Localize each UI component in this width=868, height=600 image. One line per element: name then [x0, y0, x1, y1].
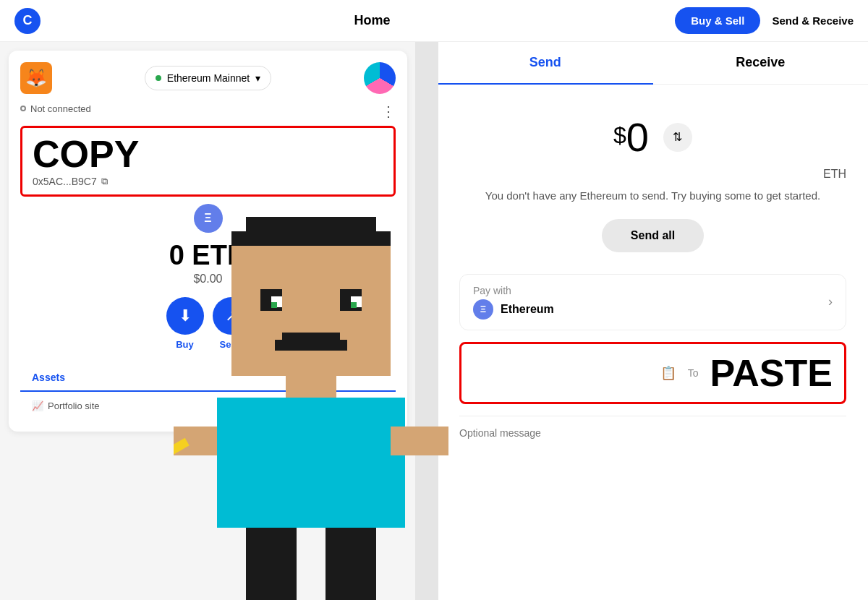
connection-label: Not connected	[30, 103, 91, 114]
paste-label: PASTE	[710, 354, 833, 392]
eth-logo: Ξ	[473, 299, 493, 320]
optional-message-input[interactable]	[459, 427, 846, 439]
buy-sell-button[interactable]: Buy & Sell	[675, 7, 760, 34]
tab-assets[interactable]: Assets	[20, 364, 77, 390]
metamask-fox-icon: 🦊	[20, 62, 52, 94]
wallet-actions: ⬇ Buy ↗ Send	[20, 297, 396, 350]
ethereum-icon: Ξ	[194, 204, 223, 233]
wallet-avatar[interactable]	[364, 62, 396, 94]
dollar-sign: $	[613, 122, 626, 149]
to-label: To	[688, 367, 699, 379]
send-body: $ 0 ⇅ ETH You don't have any Ethereum to…	[438, 85, 868, 454]
network-name: Ethereum Mainnet	[167, 72, 250, 84]
chevron-down-icon: ▾	[255, 72, 260, 84]
not-connected-dot	[20, 106, 26, 111]
portfolio-link[interactable]: 📈 Portfolio site	[20, 392, 396, 420]
send-tabs: Send Receive	[438, 42, 868, 85]
send-action[interactable]: ↗ Send	[213, 297, 250, 350]
page-title: Home	[69, 13, 675, 28]
chart-icon: 📈	[32, 400, 43, 411]
top-nav: C Home Buy & Sell Send & Receive	[0, 0, 868, 42]
address-book-icon: 📋	[660, 365, 676, 381]
usd-balance: $0.00	[20, 273, 396, 286]
address-copy-area[interactable]: COPY 0x5AC...B9C7 ⧉	[20, 126, 396, 197]
send-receive-button[interactable]: Send & Receive	[772, 14, 854, 27]
no-eth-message: You don't have any Ethereum to send. Try…	[459, 188, 846, 205]
pay-with-section[interactable]: Pay with Ξ Ethereum ›	[459, 274, 846, 330]
amount-row: $ 0 ⇅	[459, 113, 846, 160]
currency-label: ETH	[459, 168, 846, 181]
pay-with-info: Pay with Ξ Ethereum	[473, 285, 554, 320]
panel-gap	[415, 42, 438, 600]
swap-currency-button[interactable]: ⇅	[663, 123, 692, 152]
more-options-button[interactable]: ⋮	[381, 103, 396, 120]
eth-balance: 0 ETH	[20, 240, 396, 271]
send-all-button[interactable]: Send all	[602, 219, 704, 252]
copy-icon[interactable]: ⧉	[101, 176, 108, 187]
amount-value: 0	[626, 113, 649, 160]
pay-with-value: Ξ Ethereum	[473, 299, 554, 320]
network-status-dot	[156, 75, 161, 81]
network-selector[interactable]: Ethereum Mainnet ▾	[145, 66, 271, 90]
buy-icon: ⬇	[166, 297, 204, 335]
tab-receive[interactable]: Receive	[653, 42, 869, 84]
wallet-tabs: Assets	[20, 364, 396, 392]
pay-with-label: Pay with	[473, 285, 554, 296]
send-icon: ↗	[213, 297, 250, 335]
coinbase-logo: C	[14, 8, 41, 34]
metamask-card: 🦊 Ethereum Mainnet ▾ Not connected ⋮ COP…	[9, 51, 407, 432]
buy-action[interactable]: ⬇ Buy	[166, 297, 204, 350]
send-panel: Send Receive $ 0 ⇅ ETH You don't have an…	[438, 42, 868, 600]
mm-header: 🦊 Ethereum Mainnet ▾	[20, 62, 396, 94]
send-label: Send	[220, 339, 243, 350]
copy-label: COPY	[33, 135, 383, 173]
metamask-panel: 🦊 Ethereum Mainnet ▾ Not connected ⋮ COP…	[0, 42, 416, 600]
chevron-right-icon: ›	[828, 294, 833, 309]
amount-display: $ 0	[613, 113, 649, 160]
to-section[interactable]: 📋 To PASTE	[459, 342, 846, 404]
wallet-address: 0x5AC...B9C7 ⧉	[33, 176, 383, 187]
buy-label: Buy	[176, 339, 194, 350]
optional-message-section	[459, 416, 846, 440]
connection-status: Not connected	[20, 103, 91, 114]
tab-send[interactable]: Send	[438, 42, 653, 85]
